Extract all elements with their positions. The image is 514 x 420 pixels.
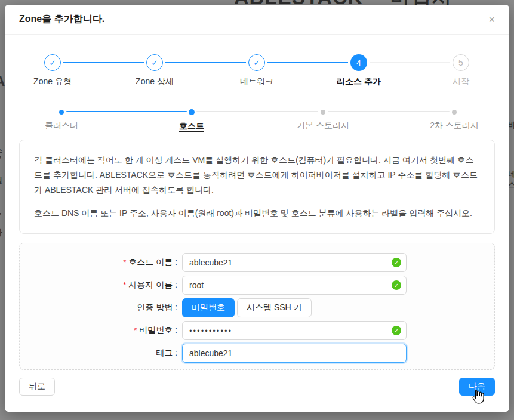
password-input[interactable] — [182, 321, 407, 340]
substep-dot — [59, 110, 64, 115]
step-zone-details: ✓ Zone 상세 — [104, 54, 205, 87]
step-number-badge: 4 — [350, 54, 367, 71]
step-label: 시작 — [453, 76, 469, 87]
required-mark: * — [134, 326, 137, 335]
tag-input[interactable] — [182, 344, 407, 363]
step-number: 5 — [458, 58, 463, 67]
field-label-text: 인증 방법 : — [137, 302, 177, 312]
step-label: Zone 유형 — [33, 76, 72, 87]
field-label: *호스트 이름 : — [20, 257, 182, 268]
form-row-auth-method: 인증 방법 : 비밀번호 시스템 SSH 키 — [20, 298, 494, 317]
field-label-text: 비밀번호 : — [139, 325, 177, 335]
step-finished-icon: ✓ — [146, 54, 163, 71]
field-label-text: 태그 : — [156, 348, 177, 357]
substep-label: 호스트 — [179, 121, 204, 132]
description-paragraph: 호스트 DNS 이름 또는 IP 주소, 사용자 이름(원래 root)과 비밀… — [34, 206, 480, 221]
host-description-box: 각 클러스터에는 적어도 한 개 이상 게스트 VM를 실행하기 위한 호스트(… — [19, 140, 495, 234]
field-label: *사용자 이름 : — [20, 280, 182, 291]
valid-check-icon: ✓ — [392, 280, 401, 290]
form-row-tag: 태그 : — [20, 344, 494, 363]
substep-dot — [321, 110, 325, 115]
step-label: Zone 상세 — [136, 76, 174, 87]
step-finished-icon: ✓ — [44, 54, 61, 71]
background-text-fragment: ™ — [0, 211, 2, 220]
substep-label: 2차 스토리지 — [430, 121, 479, 131]
host-name-input[interactable] — [182, 253, 407, 272]
host-form: *호스트 이름 : ✓ *사용자 이름 : ✓ 인증 방법 : 비밀번호 시스템… — [19, 243, 495, 370]
background-text-fragment: 다 — [0, 227, 2, 238]
step-network: ✓ 네트워크 — [206, 54, 307, 87]
substep-cluster: 클러스터 — [8, 109, 115, 131]
step-finished-icon: ✓ — [248, 54, 265, 71]
check-icon: ✓ — [50, 58, 56, 67]
modal-title: Zone을 추가합니다. — [19, 13, 104, 26]
form-row-host-name: *호스트 이름 : ✓ — [20, 253, 494, 272]
modal-footer: 뒤로 다음 — [19, 378, 495, 396]
field-label-text: 사용자 이름 : — [128, 280, 177, 289]
step-add-resources: 4 리소스 추가 — [308, 54, 410, 87]
form-row-username: *사용자 이름 : ✓ — [20, 276, 494, 295]
auth-ssh-key-button[interactable]: 시스템 SSH 키 — [237, 298, 312, 317]
auth-password-button[interactable]: 비밀번호 — [182, 298, 235, 317]
substep-primary-storage: 기본 스토리지 — [269, 109, 377, 131]
field-label: 인증 방법 : — [20, 302, 182, 313]
substep-secondary-storage: 2차 스토리지 — [401, 109, 508, 131]
substep-dot — [452, 110, 457, 115]
step-number-badge: 5 — [453, 54, 469, 71]
substep-label: 기본 스토리지 — [297, 121, 349, 131]
step-label: 리소스 추가 — [337, 76, 381, 87]
check-icon: ✓ — [152, 58, 158, 67]
wizard-stepper: ✓ Zone 유형 ✓ Zone 상세 ✓ 네트워크 4 리소스 추가 5 시작… — [5, 35, 509, 136]
valid-check-icon: ✓ — [392, 326, 401, 335]
username-input[interactable] — [182, 276, 407, 295]
modal-header: Zone을 추가합니다. × — [5, 5, 509, 34]
step-zone-type: ✓ Zone 유형 — [2, 54, 103, 87]
valid-check-icon: ✓ — [392, 258, 401, 267]
field-label: 태그 : — [20, 348, 182, 359]
substep-label: 클러스터 — [45, 121, 78, 131]
step-launch: 5 시작 — [410, 54, 512, 87]
substep-host: 호스트 — [138, 109, 245, 132]
required-mark: * — [123, 280, 126, 289]
form-row-password: *비밀번호 : ✓ — [20, 321, 494, 340]
close-icon[interactable]: × — [488, 14, 495, 25]
cursor-pointer-icon — [471, 388, 485, 405]
step-label: 네트워크 — [240, 76, 273, 87]
field-label-text: 호스트 이름 : — [128, 257, 177, 267]
back-button[interactable]: 뒤로 — [19, 378, 55, 396]
substep-dot — [189, 109, 195, 115]
background-text-fragment: 필 — [0, 175, 2, 186]
step-number: 4 — [356, 58, 361, 67]
description-paragraph: 각 클러스터에는 적어도 한 개 이상 게스트 VM를 실행하기 위한 호스트(… — [34, 153, 480, 197]
field-label: *비밀번호 : — [20, 325, 182, 336]
required-mark: * — [123, 258, 126, 267]
check-icon: ✓ — [254, 58, 260, 67]
background-text-fragment: ™ — [0, 155, 2, 163]
add-zone-modal: Zone을 추가합니다. × ✓ Zone 유형 ✓ Zone 상세 ✓ 네트워… — [5, 5, 509, 412]
